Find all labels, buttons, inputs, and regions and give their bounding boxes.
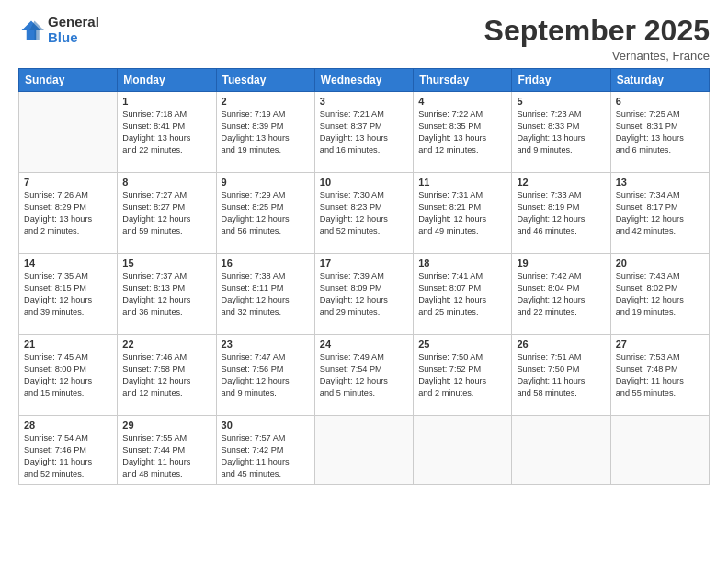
day-number: 23 <box>222 339 310 350</box>
day-number: 3 <box>320 96 408 107</box>
calendar-page: General Blue September 2025 Vernantes, F… <box>0 0 728 563</box>
day-info: Sunrise: 7:31 AM Sunset: 8:21 PM Dayligh… <box>418 190 506 237</box>
day-info: Sunrise: 7:54 AM Sunset: 7:46 PM Dayligh… <box>24 432 112 480</box>
day-info: Sunrise: 7:47 AM Sunset: 7:56 PM Dayligh… <box>222 351 310 399</box>
day-number: 12 <box>517 177 605 188</box>
day-number: 25 <box>418 339 506 350</box>
day-number: 22 <box>122 339 210 350</box>
day-info: Sunrise: 7:39 AM Sunset: 8:09 PM Dayligh… <box>320 270 408 318</box>
day-info: Sunrise: 7:25 AM Sunset: 8:31 PM Dayligh… <box>616 109 704 156</box>
day-number: 26 <box>517 339 605 350</box>
day-info: Sunrise: 7:37 AM Sunset: 8:13 PM Dayligh… <box>122 270 210 318</box>
table-row: 9Sunrise: 7:29 AM Sunset: 8:25 PM Daylig… <box>216 173 314 254</box>
header-sunday: Sunday <box>19 69 118 92</box>
table-row: 13Sunrise: 7:34 AM Sunset: 8:17 PM Dayli… <box>610 173 709 254</box>
day-info: Sunrise: 7:35 AM Sunset: 8:15 PM Dayligh… <box>24 270 112 318</box>
table-row: 4Sunrise: 7:22 AM Sunset: 8:35 PM Daylig… <box>414 92 512 173</box>
table-row: 1Sunrise: 7:18 AM Sunset: 8:41 PM Daylig… <box>118 92 216 173</box>
table-row: 3Sunrise: 7:21 AM Sunset: 8:37 PM Daylig… <box>314 92 413 173</box>
table-row: 16Sunrise: 7:38 AM Sunset: 8:11 PM Dayli… <box>216 254 314 335</box>
table-row: 19Sunrise: 7:42 AM Sunset: 8:04 PM Dayli… <box>512 254 610 335</box>
day-info: Sunrise: 7:45 AM Sunset: 8:00 PM Dayligh… <box>24 351 112 399</box>
logo-blue: Blue <box>48 30 99 46</box>
day-number: 28 <box>24 419 112 431</box>
day-info: Sunrise: 7:19 AM Sunset: 8:39 PM Dayligh… <box>222 109 310 156</box>
day-number: 18 <box>418 258 506 269</box>
day-info: Sunrise: 7:46 AM Sunset: 7:58 PM Dayligh… <box>122 351 210 399</box>
day-info: Sunrise: 7:30 AM Sunset: 8:23 PM Dayligh… <box>320 190 408 237</box>
table-row: 27Sunrise: 7:53 AM Sunset: 7:48 PM Dayli… <box>610 335 709 416</box>
table-row <box>414 416 512 485</box>
logo-icon <box>18 17 44 43</box>
location: Vernantes, France <box>484 49 710 63</box>
header-friday: Friday <box>512 69 610 92</box>
day-number: 21 <box>24 339 112 350</box>
table-row: 2Sunrise: 7:19 AM Sunset: 8:39 PM Daylig… <box>216 92 314 173</box>
day-info: Sunrise: 7:49 AM Sunset: 7:54 PM Dayligh… <box>320 351 408 399</box>
table-row: 23Sunrise: 7:47 AM Sunset: 7:56 PM Dayli… <box>216 335 314 416</box>
header-monday: Monday <box>118 69 216 92</box>
table-row: 28Sunrise: 7:54 AM Sunset: 7:46 PM Dayli… <box>19 416 118 485</box>
day-number: 11 <box>418 177 506 188</box>
day-number: 16 <box>222 258 310 269</box>
day-number: 7 <box>24 177 112 188</box>
table-row: 26Sunrise: 7:51 AM Sunset: 7:50 PM Dayli… <box>512 335 610 416</box>
table-row: 12Sunrise: 7:33 AM Sunset: 8:19 PM Dayli… <box>512 173 610 254</box>
table-row: 20Sunrise: 7:43 AM Sunset: 8:02 PM Dayli… <box>610 254 709 335</box>
header-wednesday: Wednesday <box>314 69 413 92</box>
table-row: 29Sunrise: 7:55 AM Sunset: 7:44 PM Dayli… <box>118 416 216 485</box>
table-row: 30Sunrise: 7:57 AM Sunset: 7:42 PM Dayli… <box>216 416 314 485</box>
day-info: Sunrise: 7:50 AM Sunset: 7:52 PM Dayligh… <box>418 351 506 399</box>
day-number: 15 <box>122 258 210 269</box>
day-number: 27 <box>616 339 704 350</box>
day-number: 29 <box>122 419 210 431</box>
logo-general: General <box>48 15 99 30</box>
table-row: 17Sunrise: 7:39 AM Sunset: 8:09 PM Dayli… <box>314 254 413 335</box>
title-section: September 2025 Vernantes, France <box>484 15 710 63</box>
day-info: Sunrise: 7:51 AM Sunset: 7:50 PM Dayligh… <box>517 351 605 399</box>
table-row: 25Sunrise: 7:50 AM Sunset: 7:52 PM Dayli… <box>414 335 512 416</box>
day-number: 6 <box>616 96 704 107</box>
day-info: Sunrise: 7:41 AM Sunset: 8:07 PM Dayligh… <box>418 270 506 318</box>
table-row <box>314 416 413 485</box>
table-row: 8Sunrise: 7:27 AM Sunset: 8:27 PM Daylig… <box>118 173 216 254</box>
logo-text: General Blue <box>48 15 99 45</box>
table-row <box>610 416 709 485</box>
day-number: 24 <box>320 339 408 350</box>
day-number: 8 <box>122 177 210 188</box>
table-row: 14Sunrise: 7:35 AM Sunset: 8:15 PM Dayli… <box>19 254 118 335</box>
weekday-header-row: Sunday Monday Tuesday Wednesday Thursday… <box>19 69 710 92</box>
day-info: Sunrise: 7:33 AM Sunset: 8:19 PM Dayligh… <box>517 190 605 237</box>
day-number: 10 <box>320 177 408 188</box>
day-info: Sunrise: 7:21 AM Sunset: 8:37 PM Dayligh… <box>320 109 408 156</box>
day-number: 17 <box>320 258 408 269</box>
header: General Blue September 2025 Vernantes, F… <box>18 15 710 63</box>
day-info: Sunrise: 7:57 AM Sunset: 7:42 PM Dayligh… <box>222 432 310 480</box>
table-row <box>19 92 118 173</box>
header-thursday: Thursday <box>414 69 512 92</box>
logo: General Blue <box>18 15 99 45</box>
day-number: 4 <box>418 96 506 107</box>
table-row: 24Sunrise: 7:49 AM Sunset: 7:54 PM Dayli… <box>314 335 413 416</box>
day-info: Sunrise: 7:43 AM Sunset: 8:02 PM Dayligh… <box>616 270 704 318</box>
table-row <box>512 416 610 485</box>
day-info: Sunrise: 7:22 AM Sunset: 8:35 PM Dayligh… <box>418 109 506 156</box>
day-info: Sunrise: 7:26 AM Sunset: 8:29 PM Dayligh… <box>24 190 112 237</box>
day-info: Sunrise: 7:42 AM Sunset: 8:04 PM Dayligh… <box>517 270 605 318</box>
day-number: 30 <box>222 419 310 431</box>
table-row: 5Sunrise: 7:23 AM Sunset: 8:33 PM Daylig… <box>512 92 610 173</box>
day-info: Sunrise: 7:53 AM Sunset: 7:48 PM Dayligh… <box>616 351 704 399</box>
day-info: Sunrise: 7:38 AM Sunset: 8:11 PM Dayligh… <box>222 270 310 318</box>
day-number: 9 <box>222 177 310 188</box>
day-info: Sunrise: 7:34 AM Sunset: 8:17 PM Dayligh… <box>616 190 704 237</box>
day-info: Sunrise: 7:29 AM Sunset: 8:25 PM Dayligh… <box>222 190 310 237</box>
day-info: Sunrise: 7:23 AM Sunset: 8:33 PM Dayligh… <box>517 109 605 156</box>
day-number: 20 <box>616 258 704 269</box>
day-info: Sunrise: 7:27 AM Sunset: 8:27 PM Dayligh… <box>122 190 210 237</box>
day-number: 1 <box>122 96 210 107</box>
table-row: 21Sunrise: 7:45 AM Sunset: 8:00 PM Dayli… <box>19 335 118 416</box>
day-info: Sunrise: 7:18 AM Sunset: 8:41 PM Dayligh… <box>122 109 210 156</box>
table-row: 22Sunrise: 7:46 AM Sunset: 7:58 PM Dayli… <box>118 335 216 416</box>
day-number: 13 <box>616 177 704 188</box>
day-number: 2 <box>222 96 310 107</box>
